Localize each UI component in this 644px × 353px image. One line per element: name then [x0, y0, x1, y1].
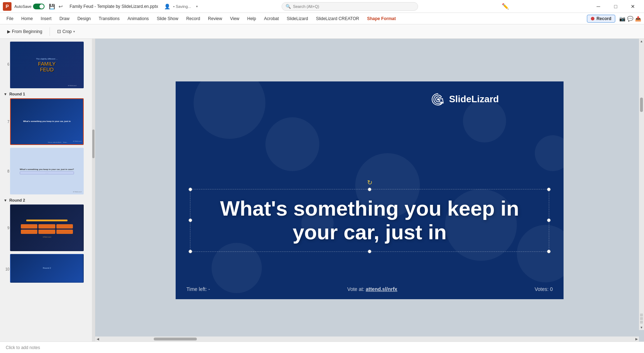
- vscroll-up[interactable]: ▲: [639, 39, 644, 44]
- slide-footer: Time left: - Vote at: attend.sl/nrfx Vot…: [186, 286, 553, 292]
- menu-bar: File Home Insert Draw Design Transitions…: [0, 13, 644, 24]
- autosave-toggle[interactable]: [33, 4, 45, 9]
- share-present-icon[interactable]: 📤: [635, 15, 641, 22]
- close-button[interactable]: ✕: [625, 1, 641, 12]
- crop-icon: ⊡: [57, 29, 61, 34]
- svg-point-0: [437, 98, 439, 100]
- menu-record[interactable]: Record: [182, 15, 204, 23]
- canvas-area: SlideLizard ↻ What's something you keep …: [95, 39, 644, 342]
- section-label-round2: Round 2: [9, 198, 25, 202]
- handle-bm[interactable]: [368, 250, 371, 253]
- search-icon: 🔍: [286, 4, 291, 9]
- panel-scroll-thumb[interactable]: [92, 130, 94, 158]
- menu-slidelizard[interactable]: SlideLizard: [283, 15, 311, 23]
- menu-help[interactable]: Help: [244, 15, 260, 23]
- menu-animations[interactable]: Animations: [124, 15, 152, 23]
- question-text-box[interactable]: ↻ What's something you keep in your car,…: [190, 189, 549, 252]
- slide-thumbnail-9[interactable]: ⊕ SlideLizard: [10, 204, 84, 251]
- hscroll-thumb[interactable]: [154, 338, 197, 340]
- menu-review[interactable]: Review: [204, 15, 226, 23]
- handle-tl[interactable]: [189, 188, 192, 191]
- saving-dropdown[interactable]: ▾: [194, 3, 200, 10]
- menu-design[interactable]: Design: [74, 15, 94, 23]
- slide-thumbnail-7[interactable]: What's something you keep in your car, j…: [10, 98, 84, 145]
- handle-bl[interactable]: [189, 250, 192, 253]
- slide-number-9: 9: [3, 226, 9, 230]
- crop-button[interactable]: ⊡ Crop ▾: [54, 27, 79, 36]
- slide-item-9[interactable]: 9 ★ ⊕ SlideLizard: [0, 203, 95, 253]
- slide-thumbnail-10[interactable]: Round 2: [10, 254, 84, 283]
- record-button[interactable]: Record: [587, 15, 615, 23]
- menu-view[interactable]: View: [226, 15, 243, 23]
- notes-area[interactable]: Click to add notes: [0, 342, 644, 353]
- record-dot-icon: [591, 17, 594, 20]
- comment-icon[interactable]: 💬: [627, 15, 633, 22]
- title-bar-icons: 💾 ↩: [49, 3, 64, 10]
- handle-ml[interactable]: [189, 218, 192, 222]
- menu-slideshow[interactable]: Slide Show: [153, 15, 182, 23]
- saving-status: • Saving...: [173, 4, 191, 9]
- maximize-button[interactable]: □: [607, 1, 624, 12]
- search-bar[interactable]: 🔍: [282, 2, 418, 11]
- title-bar: P AutoSave 💾 ↩ Family Feud - Template by…: [0, 0, 644, 13]
- time-left-section: Time left: -: [186, 286, 210, 292]
- slide-canvas[interactable]: SlideLizard ↻ What's something you keep …: [176, 81, 564, 299]
- section-round1[interactable]: ▼ Round 1: [0, 90, 95, 97]
- undo-icon[interactable]: ↩: [57, 3, 64, 10]
- vscroll-down[interactable]: ▼: [639, 325, 644, 330]
- menu-acrobat[interactable]: Acrobat: [260, 15, 282, 23]
- vscroll-ind2: [640, 317, 643, 320]
- search-input[interactable]: [293, 4, 414, 9]
- bg-circle-1: [194, 81, 265, 139]
- camera-icon[interactable]: 📷: [619, 15, 625, 22]
- slide-thumbnail-6[interactable]: The slightly different ... FAMILYFEUD ⊕ …: [10, 42, 84, 88]
- menu-shape-format[interactable]: Shape Format: [363, 15, 399, 23]
- toolbar-separator: [50, 27, 50, 36]
- pen-icon[interactable]: ✏️: [502, 3, 509, 10]
- autosave-label: AutoSave: [14, 4, 32, 9]
- vscroll-ind1: [640, 314, 643, 316]
- rotate-handle[interactable]: ↻: [367, 179, 372, 187]
- section-round2[interactable]: ▼ Round 2: [0, 196, 95, 203]
- handle-tr[interactable]: [547, 188, 551, 191]
- menu-home[interactable]: Home: [18, 15, 36, 23]
- click-to-add-notes[interactable]: Click to add notes: [6, 345, 40, 350]
- menu-slidelizard-creator[interactable]: SlideLizard CREATOR: [312, 15, 363, 23]
- menu-file[interactable]: File: [3, 15, 17, 23]
- share-icon[interactable]: 👤: [164, 3, 170, 10]
- main-layout: 6 The slightly different ... FAMILYFEUD …: [0, 39, 644, 342]
- votes-label: Votes:: [534, 286, 548, 292]
- menu-insert[interactable]: Insert: [37, 15, 55, 23]
- menu-draw[interactable]: Draw: [56, 15, 73, 23]
- panel-scrollbar[interactable]: [92, 39, 95, 342]
- canvas-vscroll[interactable]: ▲ ▼: [639, 39, 644, 330]
- canvas-hscroll[interactable]: ◀ ▶: [95, 336, 639, 342]
- from-beginning-button[interactable]: ▶ From Beginning: [4, 28, 46, 36]
- section-arrow-round1: ▼: [4, 92, 7, 96]
- vscroll-thumb[interactable]: [640, 98, 643, 112]
- vscroll-indicators: [639, 312, 644, 325]
- toolbar: ▶ From Beginning ⊡ Crop ▾: [0, 24, 644, 39]
- minimize-button[interactable]: ─: [590, 1, 607, 12]
- menu-transitions[interactable]: Transitions: [95, 15, 123, 23]
- handle-br[interactable]: [547, 250, 551, 253]
- slide-item-7[interactable]: 7 What's something you keep in your car,…: [0, 97, 95, 146]
- slide-item-6[interactable]: 6 The slightly different ... FAMILYFEUD …: [0, 39, 95, 90]
- slide-number-8: 8: [3, 169, 9, 173]
- slide-item-8[interactable]: 8 What's something you keep in your car,…: [0, 146, 95, 196]
- vscroll-ind3: [640, 321, 643, 324]
- vscroll-track: [639, 44, 644, 312]
- vote-section: Vote at: attend.sl/nrfx: [347, 286, 397, 292]
- save-icon[interactable]: 💾: [49, 3, 55, 10]
- slide-item-10[interactable]: 10 Round 2: [0, 253, 95, 286]
- time-left-label: Time left:: [186, 286, 207, 292]
- section-arrow-round2: ▼: [4, 198, 7, 202]
- thumb-footer-8: ⊕ SlideLizard: [73, 191, 82, 193]
- handle-tm[interactable]: [368, 188, 371, 191]
- crop-dropdown-arrow: ▾: [73, 30, 75, 33]
- slide-thumbnail-8[interactable]: What's something you keep in your car, j…: [10, 148, 84, 194]
- slide-number-10: 10: [3, 267, 9, 271]
- hscroll-right[interactable]: ▶: [634, 336, 639, 342]
- hscroll-left[interactable]: ◀: [95, 336, 100, 342]
- handle-mr[interactable]: [547, 218, 551, 222]
